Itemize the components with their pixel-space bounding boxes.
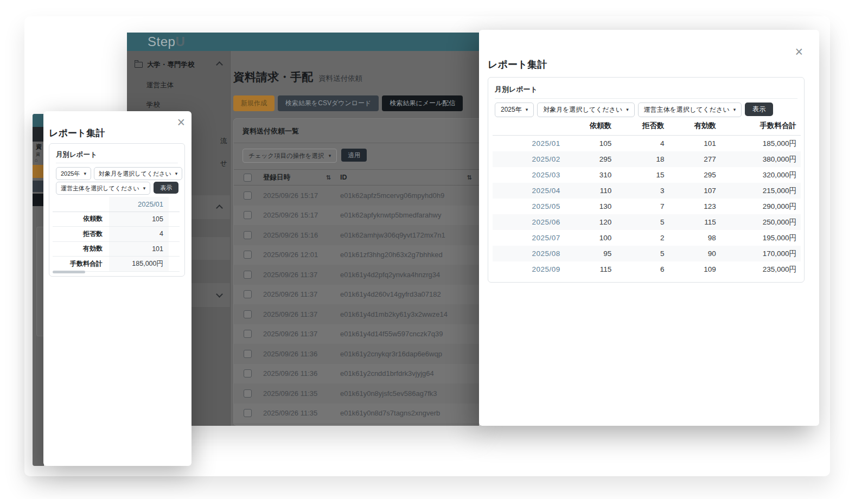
row-checkbox[interactable] (244, 409, 252, 417)
table-body: 2025/01 105 4 101 185,000円 2025/02 295 1… (493, 136, 801, 278)
table-row[interactable]: 2025/09/26 11:36 e01k61y2cndd1brfdrk3vjy… (234, 364, 479, 384)
section-title: 月別レポート (56, 150, 97, 159)
operator-select[interactable]: 運営主体を選択してください ▾ (56, 182, 150, 195)
table-row: 2025/02 295 18 277 380,000円 (493, 151, 801, 167)
column-header-fee: 手数料合計 (720, 121, 801, 136)
close-icon[interactable]: × (177, 116, 185, 129)
table-row[interactable]: 2025/09/26 11:37 e01k61y4d2pfq2ynvka4hnz… (234, 265, 479, 285)
cell-id: e01k61zf3hhg20h63x2g7bhhked (340, 251, 443, 259)
cell-rejected: 7 (616, 199, 668, 214)
row-checkbox[interactable] (244, 191, 252, 200)
row-checkbox[interactable] (244, 290, 252, 298)
chevron-down-icon (216, 291, 223, 298)
sidebar-item-universities[interactable]: 大学・専門学校 (127, 56, 230, 73)
row-checkbox[interactable] (244, 231, 252, 239)
table-row: 2025/05 130 7 123 290,000円 (493, 199, 801, 214)
year-select[interactable]: 2025年 ▾ (56, 167, 91, 180)
month-link[interactable]: 2025/01 (493, 136, 565, 152)
show-button[interactable]: 表示 (745, 103, 773, 116)
cell-datetime: 2025/09/26 15:17 (263, 211, 326, 219)
month-link[interactable]: 2025/09 (493, 261, 565, 277)
metric-value: 185,000円 (109, 257, 169, 271)
app-header-bar: StepU (127, 33, 479, 51)
row-checkbox[interactable] (244, 389, 252, 398)
cell-rejected: 15 (616, 167, 668, 183)
monthly-report-vertical-table: 2025/01 依頼数 105 拒否数 4 (53, 197, 180, 272)
cell-id: e01k61y2cnykqr3r16dap6e6wqp (340, 350, 442, 358)
month-link[interactable]: 2025/03 (493, 167, 565, 183)
divider (56, 163, 178, 163)
cell-datetime: 2025/09/26 11:36 (263, 350, 326, 358)
cell-requests: 100 (565, 230, 616, 246)
row-checkbox[interactable] (244, 330, 252, 338)
table-row[interactable]: 2025/09/26 11:36 e01k61y2cnykqr3r16dap6e… (234, 344, 479, 364)
create-new-button[interactable]: 新規作成 (233, 95, 275, 111)
metric-value: 101 (109, 242, 169, 257)
cell-id: e01k61y0n8yjsfc5ev586ag7fk3 (340, 389, 437, 398)
request-table: 登録日時 ⇅ ID ⇅ 2025/09/26 15:17 e01k62ap (234, 169, 479, 426)
row-checkbox[interactable] (244, 251, 252, 259)
show-button[interactable]: 表示 (154, 182, 178, 194)
month-select[interactable]: 対象月を選択してください ▾ (94, 167, 182, 180)
caret-down-icon: ▾ (175, 171, 178, 176)
sort-icon[interactable]: ⇅ (326, 174, 339, 181)
operator-select[interactable]: 運営主体を選択してください ▾ (638, 103, 742, 117)
column-header-id[interactable]: ID (340, 174, 467, 181)
sidebar-item-partial-2[interactable]: せ (220, 159, 227, 168)
sort-icon[interactable]: ⇅ (467, 174, 472, 181)
row-checkbox[interactable] (244, 369, 252, 378)
sidebar-item-schools[interactable]: 学校 (127, 97, 230, 113)
metric-label: 有効数 (53, 244, 109, 253)
select-all-checkbox[interactable] (244, 174, 252, 182)
table-row: 2025/08 95 5 90 170,000円 (493, 246, 801, 261)
table-row[interactable]: 2025/09/26 11:37 e01k61y4d1mb2ky61y3x2ww… (234, 304, 479, 324)
table-row[interactable]: 2025/09/26 11:35 e01k61y0n8d7s7tagns2xng… (234, 404, 479, 424)
cell-valid: 107 (669, 183, 720, 199)
logo-text-step: Step (148, 34, 175, 49)
table-row[interactable]: 2025/09/26 11:37 e01k61y4d14f55w597cnczk… (234, 324, 479, 344)
csv-download-button[interactable]: 検索結果をCSVダウンロード (278, 95, 379, 111)
mail-delivery-button[interactable]: 検索結果にメール配信 (382, 95, 463, 111)
metric-value: 4 (109, 227, 169, 241)
horizontal-scrollbar[interactable] (53, 271, 85, 273)
metric-label: 拒否数 (53, 229, 109, 239)
monthly-report-card: 月別レポート 2025年 ▾ 対象月を選択してください ▾ 運営主体を選択してく… (49, 143, 185, 277)
month-link[interactable]: 2025/02 (493, 151, 565, 167)
cell-datetime: 2025/09/26 15:17 (263, 191, 326, 200)
monthly-report-card: 月別レポート 2025年 ▾ 対象月を選択してください ▾ 運営主体を選択してく… (488, 77, 805, 283)
row-checkbox[interactable] (244, 350, 252, 358)
cell-fee: 235,000円 (720, 261, 801, 277)
apply-button[interactable]: 適用 (341, 149, 367, 162)
column-header-datetime[interactable]: 登録日時 (263, 173, 326, 182)
table-row[interactable]: 2025/09/26 15:16 e01k62amhjw306q9yvt172m… (234, 225, 479, 245)
month-link[interactable]: 2025/08 (493, 246, 565, 261)
month-select[interactable]: 対象月を選択してください ▾ (537, 103, 635, 117)
table-row[interactable]: 2025/09/26 15:17 e01k62apfz5mcervg06mpyh… (234, 185, 479, 206)
cell-fee: 195,000円 (720, 230, 801, 246)
table-row[interactable]: 2025/09/26 12:01 e01k61zf3hhg20h63x2g7bh… (234, 245, 479, 265)
month-link[interactable]: 2025/06 (493, 214, 565, 230)
table-row[interactable]: 2025/09/26 11:35 e01k61y0n8yjsfc5ev586ag… (234, 383, 479, 404)
divider (495, 98, 797, 99)
year-select[interactable]: 2025年 ▾ (495, 103, 534, 117)
period-link[interactable]: 2025/01 (109, 197, 169, 212)
metric-label: 依頼数 (53, 214, 109, 223)
close-icon[interactable]: × (795, 45, 803, 59)
row-checkbox[interactable] (244, 271, 252, 279)
sidebar-item-partial-1[interactable]: 流 (220, 137, 227, 146)
table-row[interactable]: 2025/09/26 15:17 e01k62apfyknwtp5bmedfar… (234, 206, 479, 226)
month-link[interactable]: 2025/07 (493, 230, 565, 246)
month-select-placeholder: 対象月を選択してください (543, 105, 622, 114)
sidebar-item-operators[interactable]: 運営主体 (127, 77, 230, 93)
cell-id: e01k61y4d2pfq2ynvka4hnzrg34 (340, 271, 440, 279)
month-link[interactable]: 2025/04 (493, 183, 565, 199)
bulk-action-select[interactable]: チェック項目の操作を選択 ▾ (242, 149, 337, 163)
cell-valid: 123 (669, 199, 720, 214)
cell-fee: 215,000円 (720, 183, 801, 199)
table-row[interactable]: 2025/09/26 11:35 e01k61y0n7y59kxm9za3mdw… (234, 423, 479, 426)
month-link[interactable]: 2025/05 (493, 199, 565, 214)
row-checkbox[interactable] (244, 310, 252, 318)
caret-down-icon: ▾ (329, 153, 331, 158)
table-row[interactable]: 2025/09/26 11:37 e01k61y4d260v14gyfrd3a0… (234, 285, 479, 305)
row-checkbox[interactable] (244, 211, 252, 219)
